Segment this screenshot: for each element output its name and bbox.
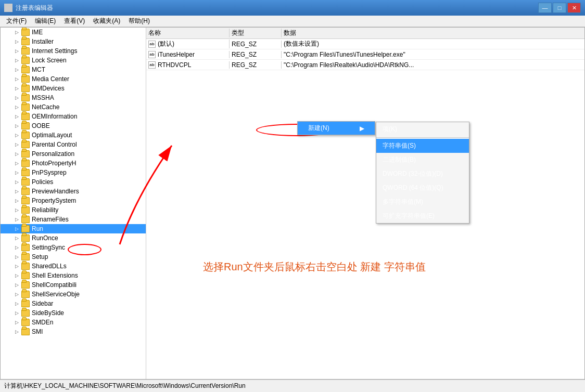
- tree-item[interactable]: ▷Shell Extensions: [1, 271, 146, 280]
- folder-icon: [21, 160, 30, 167]
- tree-arrow-icon: ▷: [15, 189, 20, 194]
- folder-icon: [21, 188, 30, 195]
- tree-item-label: SettingSync: [32, 244, 65, 251]
- tree-item-label: Reliability: [32, 206, 58, 214]
- tree-item[interactable]: ▷SharedDLLs: [1, 262, 146, 271]
- menu-edit[interactable]: 编辑(E): [31, 16, 60, 27]
- tree-item[interactable]: ▷OptimalLayout: [1, 130, 146, 140]
- tree-item[interactable]: ▷MMDevices: [1, 84, 146, 93]
- tree-arrow-icon: ▷: [15, 254, 20, 259]
- tree-arrow-icon: ▷: [15, 301, 20, 306]
- menu-file[interactable]: 文件(F): [2, 16, 31, 27]
- tree-arrow-icon: ▷: [15, 245, 20, 250]
- table-row[interactable]: abRTHDVCPLREG_SZ"C:\Program Files\Realte…: [146, 60, 584, 70]
- tree-item[interactable]: ▷ShellCompatibili: [1, 280, 146, 290]
- table-body: ab(默认)REG_SZ(数值未设置)abiTunesHelperREG_SZ"…: [146, 39, 584, 379]
- tree-item[interactable]: ▷RenameFiles: [1, 215, 146, 224]
- tree-arrow-icon: ▷: [15, 226, 20, 231]
- submenu-item[interactable]: 可扩充字符串值(E): [376, 209, 469, 223]
- tree-item-label: PnPSysprep: [32, 169, 67, 176]
- tree-item[interactable]: ▷MCT: [1, 65, 146, 74]
- tree-item[interactable]: ▷IME: [1, 28, 146, 37]
- tree-item[interactable]: ▷Parental Control: [1, 140, 146, 149]
- tree-item[interactable]: ▷PreviewHandlers: [1, 187, 146, 196]
- tree-item[interactable]: ▷ShellServiceObje: [1, 290, 146, 299]
- main-container: ▷IME▷Installer▷Internet Settings▷Lock Sc…: [0, 27, 585, 380]
- tree-item[interactable]: ▷OEMInformation: [1, 112, 146, 121]
- tree-item-label: Personalization: [32, 150, 74, 158]
- col-header-name: 名称: [146, 29, 230, 37]
- tree-item[interactable]: ▷RunOnce: [1, 233, 146, 243]
- tree-item[interactable]: ▷Media Center: [1, 74, 146, 84]
- close-button[interactable]: ✕: [567, 3, 581, 13]
- cell-data: "C:\Program Files\Realtek\Audio\HDA\RtkN…: [282, 61, 584, 69]
- tree-arrow-icon: ▷: [15, 48, 20, 54]
- submenu-item[interactable]: QWORD (64 位值)(Q): [376, 181, 469, 195]
- minimize-button[interactable]: —: [538, 3, 552, 13]
- tree-item-label: SMI: [32, 328, 43, 335]
- cell-name-text: RTHDVCPL: [158, 61, 191, 69]
- tree-item[interactable]: ▷NetCache: [1, 102, 146, 112]
- tree-item-label: NetCache: [32, 103, 59, 111]
- maximize-button[interactable]: □: [553, 3, 566, 13]
- table-row[interactable]: abiTunesHelperREG_SZ"C:\Program Files\iT…: [146, 49, 584, 60]
- folder-icon: [21, 47, 30, 55]
- tree-arrow-icon: ▷: [15, 236, 20, 241]
- tree-arrow-icon: ▷: [15, 264, 20, 269]
- tree-item[interactable]: ▷Setup: [1, 252, 146, 262]
- tree-item-label: ShellCompatibili: [32, 281, 77, 289]
- tree-item[interactable]: ▷PnPSysprep: [1, 168, 146, 177]
- tree-arrow-icon: ▷: [15, 282, 20, 288]
- folder-icon: [21, 169, 30, 176]
- cell-type: REG_SZ: [230, 61, 282, 69]
- tree-item-label: RenameFiles: [32, 216, 69, 223]
- context-menu-new-item[interactable]: 新建(N) ▶ 项(K)字符串值(S)二进制值(B)DWORD (32-位值)(…: [298, 122, 375, 135]
- submenu-item[interactable]: 项(K): [376, 122, 469, 136]
- menu-view[interactable]: 查看(V): [60, 16, 89, 27]
- tree-item[interactable]: ▷Run: [1, 224, 146, 233]
- tree-scroll[interactable]: ▷IME▷Installer▷Internet Settings▷Lock Sc…: [1, 28, 146, 379]
- tree-arrow-icon: ▷: [15, 179, 20, 185]
- tree-arrow-icon: ▷: [15, 329, 20, 334]
- tree-item-label: Sidebar: [32, 300, 53, 307]
- tree-item[interactable]: ▷Sidebar: [1, 299, 146, 308]
- submenu: 项(K)字符串值(S)二进制值(B)DWORD (32-位值)(D)QWORD …: [376, 122, 469, 224]
- tree-item[interactable]: ▷SettingSync: [1, 243, 146, 252]
- tree-item[interactable]: ▷Policies: [1, 177, 146, 187]
- tree-item[interactable]: ▷Personalization: [1, 149, 146, 159]
- context-menu-arrow-icon: ▶: [360, 125, 364, 132]
- tree-item[interactable]: ▷Lock Screen: [1, 56, 146, 65]
- tree-item[interactable]: ▷SMI: [1, 327, 146, 336]
- tree-item[interactable]: ▷Installer: [1, 37, 146, 46]
- tree-item[interactable]: ▷PhotoPropertyH: [1, 159, 146, 168]
- context-menu-area: 新建(N) ▶ 项(K)字符串值(S)二进制值(B)DWORD (32-位值)(…: [297, 121, 375, 135]
- tree-item-label: MSSHA: [32, 94, 54, 101]
- folder-icon: [21, 85, 30, 92]
- tree-item-label: Lock Screen: [32, 57, 67, 64]
- submenu-item[interactable]: 二进制值(B): [376, 153, 469, 167]
- tree-item[interactable]: ▷OOBE: [1, 121, 146, 130]
- folder-icon: [21, 253, 30, 260]
- tree-item[interactable]: ▷MSSHA: [1, 93, 146, 102]
- submenu-item[interactable]: 字符串值(S): [376, 139, 469, 153]
- tree-arrow-icon: ▷: [15, 292, 20, 297]
- cell-name-text: iTunesHelper: [158, 51, 195, 58]
- context-menu-new-label: 新建(N): [308, 124, 329, 133]
- menu-favorites[interactable]: 收藏夹(A): [89, 16, 124, 27]
- tree-item[interactable]: ▷PropertySystem: [1, 196, 146, 205]
- tree-item[interactable]: ▷SideBySide: [1, 308, 146, 318]
- tree-item-label: OEMInformation: [32, 113, 77, 120]
- tree-arrow-icon: ▷: [15, 67, 20, 72]
- submenu-item[interactable]: 多字符串值(M): [376, 195, 469, 209]
- folder-icon: [21, 94, 30, 101]
- tree-item[interactable]: ▷Internet Settings: [1, 46, 146, 56]
- cell-name: abiTunesHelper: [146, 51, 230, 58]
- submenu-item[interactable]: DWORD (32-位值)(D): [376, 167, 469, 181]
- menu-help[interactable]: 帮助(H): [124, 16, 154, 27]
- tree-item[interactable]: ▷SMDEn: [1, 318, 146, 327]
- reg-value-icon: ab: [148, 61, 156, 69]
- tree-item[interactable]: ▷Reliability: [1, 205, 146, 215]
- tree-arrow-icon: ▷: [15, 151, 20, 156]
- table-row[interactable]: ab(默认)REG_SZ(数值未设置): [146, 39, 584, 49]
- folder-icon: [21, 244, 30, 251]
